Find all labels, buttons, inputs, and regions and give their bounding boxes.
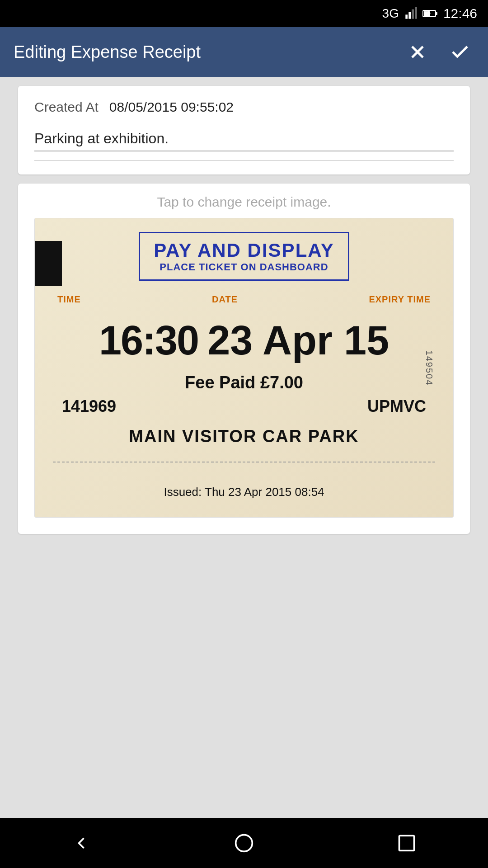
- svg-rect-11: [399, 836, 414, 851]
- tap-hint: Tap to change receipt image.: [157, 194, 331, 210]
- home-button[interactable]: [221, 829, 267, 858]
- signal-bars-icon: [404, 7, 417, 20]
- app-bar-title: Editing Expense Receipt: [14, 42, 403, 62]
- created-at-row: Created At 08/05/2015 09:55:02: [34, 99, 454, 115]
- ticket-col-date: DATE: [212, 294, 238, 305]
- ticket-park-code: UPMVC: [367, 397, 426, 416]
- info-card: Created At 08/05/2015 09:55:02: [18, 86, 470, 175]
- close-button[interactable]: [403, 38, 432, 66]
- status-bar: 3G 12:46: [0, 0, 488, 27]
- ticket-col-expiry: EXPIRY TIME: [369, 294, 431, 305]
- ticket-time: 16:30: [99, 317, 198, 364]
- ticket-date: 23 Apr 15: [207, 317, 389, 364]
- svg-point-10: [236, 835, 253, 852]
- back-icon: [71, 833, 91, 853]
- created-at-label: Created At: [34, 99, 99, 115]
- svg-rect-1: [408, 12, 411, 19]
- ticket-columns: TIME DATE EXPIRY TIME: [53, 294, 435, 305]
- ticket-code: 141969: [62, 397, 116, 416]
- signal-icon: 3G: [382, 6, 399, 21]
- ticket-fee: Fee Paid £7.00: [185, 373, 303, 392]
- bottom-nav: [0, 818, 488, 868]
- app-bar-actions: [403, 38, 474, 66]
- home-circle-icon: [234, 833, 254, 853]
- description-divider: [34, 160, 454, 161]
- ticket-location: MAIN VISITOR CAR PARK: [129, 427, 359, 446]
- description-input[interactable]: [34, 128, 454, 151]
- back-button[interactable]: [58, 829, 105, 858]
- ticket-header: PAY AND DISPLAY PLACE TICKET ON DASHBOAR…: [139, 232, 349, 281]
- ticket-black-bar: [35, 241, 62, 286]
- ticket-code-row: 141969 UPMVC: [53, 397, 435, 416]
- recents-button[interactable]: [383, 829, 430, 858]
- svg-rect-3: [415, 7, 417, 19]
- battery-icon: [422, 7, 438, 20]
- status-time: 12:46: [443, 6, 477, 21]
- ticket-title: PAY AND DISPLAY: [154, 240, 334, 261]
- image-card[interactable]: Tap to change receipt image. PAY AND DIS…: [18, 184, 470, 534]
- ticket-issued: Issued: Thu 23 Apr 2015 08:54: [164, 485, 324, 499]
- created-at-value: 08/05/2015 09:55:02: [109, 99, 234, 115]
- ticket-serial: 149504: [424, 350, 434, 386]
- receipt-ticket: PAY AND DISPLAY PLACE TICKET ON DASHBOAR…: [34, 218, 454, 518]
- svg-rect-6: [436, 12, 437, 15]
- confirm-button[interactable]: [446, 38, 474, 66]
- ticket-col-time: TIME: [57, 294, 81, 305]
- svg-rect-2: [412, 9, 414, 19]
- recents-square-icon: [397, 833, 417, 853]
- receipt-image-container[interactable]: PAY AND DISPLAY PLACE TICKET ON DASHBOAR…: [34, 218, 454, 518]
- close-icon: [407, 41, 428, 63]
- status-bar-right: 3G 12:46: [382, 6, 477, 21]
- ticket-subtitle: PLACE TICKET ON DASHBOARD: [154, 261, 334, 273]
- check-icon: [449, 41, 471, 63]
- svg-rect-0: [405, 14, 408, 19]
- main-content: Created At 08/05/2015 09:55:02 Tap to ch…: [0, 77, 488, 818]
- app-bar: Editing Expense Receipt: [0, 27, 488, 77]
- ticket-divider: [53, 462, 435, 462]
- ticket-main-info: 16:30 23 Apr 15: [99, 317, 389, 364]
